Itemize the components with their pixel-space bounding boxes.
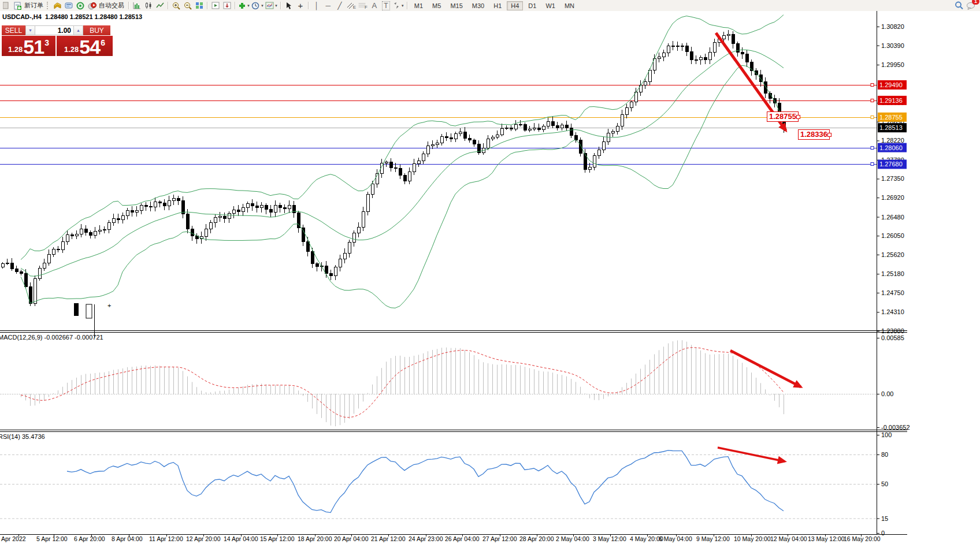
buy-button[interactable]: BUY: [83, 25, 110, 35]
fibo-letter: F: [365, 5, 368, 10]
bollinger-bands: [21, 15, 784, 308]
auto-scroll-icon[interactable]: [221, 1, 233, 10]
candle-body: [107, 222, 110, 230]
sell-price-pip: 3: [44, 38, 49, 47]
notifications-icon[interactable]: 1: [965, 1, 977, 10]
toolbar-separator: [168, 2, 169, 9]
trendline-tool-icon[interactable]: ╱: [334, 1, 346, 10]
candle-body: [547, 121, 550, 126]
volume-increase-button[interactable]: ▲: [73, 25, 83, 35]
timeframe-d1[interactable]: D1: [524, 1, 540, 10]
time-axis-label: Apr 2022: [1, 535, 26, 542]
volume-decrease-button[interactable]: ▼: [25, 25, 35, 35]
hline-anchor[interactable]: [871, 147, 874, 150]
candle-body: [242, 207, 244, 211]
chart-shift-icon[interactable]: [210, 1, 221, 10]
candle-body: [98, 230, 101, 231]
vertical-line-tool-icon[interactable]: │: [311, 1, 322, 10]
search-icon[interactable]: [953, 1, 965, 10]
candle-body: [306, 241, 309, 252]
hline-anchor[interactable]: [871, 116, 874, 119]
candle-body: [528, 129, 531, 131]
zoom-out-icon[interactable]: [182, 1, 194, 10]
line-chart-icon[interactable]: [154, 1, 166, 10]
candle-body: [551, 121, 554, 125]
auto-trading-icon[interactable]: [86, 1, 98, 10]
timeframe-w1[interactable]: W1: [541, 1, 559, 10]
hline-anchor[interactable]: [871, 99, 874, 102]
candle-body: [537, 128, 540, 130]
text-label-tool-icon[interactable]: T: [380, 1, 392, 10]
candles-layer: [1, 30, 785, 306]
hline-anchor[interactable]: [871, 84, 874, 87]
candle-body: [413, 163, 415, 172]
sell-price-box[interactable]: 1.28 51 3: [2, 36, 55, 56]
trend-arrow-macd[interactable]: [730, 351, 801, 387]
candle-body: [126, 211, 129, 215]
candle-body: [588, 167, 591, 170]
indicators-icon[interactable]: ▼: [237, 1, 251, 10]
fibonacci-tool-icon[interactable]: F: [357, 1, 369, 10]
hline-anchor[interactable]: [871, 163, 874, 166]
candlestick-chart-icon[interactable]: [143, 1, 154, 10]
price-annotation[interactable]: 1.28336: [798, 129, 830, 140]
candle-body: [454, 133, 457, 139]
clipped-icon[interactable]: [0, 1, 12, 10]
text-tool-icon[interactable]: A: [369, 1, 380, 10]
timeframe-m1[interactable]: M1: [410, 1, 427, 10]
shapes-tool-icon[interactable]: ▼: [392, 1, 405, 10]
crosshair-icon[interactable]: +: [295, 1, 306, 10]
buy-price-main: 54: [79, 39, 100, 55]
data-window-icon[interactable]: [63, 1, 75, 10]
new-order-button[interactable]: 新订单: [23, 1, 46, 10]
price-tick-label: 1.30820: [881, 23, 904, 30]
timeframe-m30[interactable]: M30: [468, 1, 488, 10]
templates-caret-icon[interactable]: ▼: [274, 4, 278, 8]
navigator-icon[interactable]: [75, 1, 86, 10]
svg-text:1.29490: 1.29490: [879, 81, 903, 88]
candle-body: [408, 172, 411, 181]
periods-icon[interactable]: ▼: [251, 1, 265, 10]
candle-body: [500, 128, 503, 135]
time-axis-label: 11 Apr 12:00: [149, 535, 183, 542]
chart-canvas[interactable]: 1.308201.303901.299501.290801.286501.282…: [0, 11, 980, 544]
candle-body: [228, 213, 231, 218]
periods-caret-icon[interactable]: ▼: [261, 4, 264, 8]
timeframe-h4[interactable]: H4: [507, 1, 523, 10]
templates-icon[interactable]: ▼: [265, 1, 279, 10]
candle-body: [732, 35, 734, 44]
horizontal-lines[interactable]: [0, 84, 877, 166]
new-order-icon[interactable]: [12, 1, 23, 10]
auto-trading-button[interactable]: 自动交易: [98, 1, 127, 10]
annotation-anchor[interactable]: [827, 133, 831, 137]
annotation-anchor[interactable]: [796, 115, 800, 119]
channel-letter: E: [353, 5, 356, 10]
timeframe-h1[interactable]: H1: [489, 1, 506, 10]
time-axis-label: 2 May 04:00: [556, 535, 589, 542]
indicators-caret-icon[interactable]: ▼: [247, 4, 250, 8]
price-annotation[interactable]: 1.28755: [767, 111, 799, 122]
buy-price-box[interactable]: 1.28 54 6: [57, 36, 113, 56]
candle-body: [43, 263, 46, 269]
sell-button[interactable]: SELL: [2, 25, 25, 35]
time-axis-label: 28 Apr 20:00: [519, 535, 554, 542]
mt4-terminal: 新订单 自动交易 ▼ ▼ ▼ + │ ─ ╱ E F A T ▼ M1M5M1: [0, 0, 980, 544]
macd-pane: [0, 340, 877, 426]
candle-body: [602, 142, 605, 150]
timeframe-mn[interactable]: MN: [560, 1, 578, 10]
rsi-scale-label: 50: [881, 480, 888, 487]
equidistant-channel-icon[interactable]: E: [346, 1, 357, 10]
volume-input[interactable]: 1.00: [35, 25, 73, 35]
tile-windows-icon[interactable]: [194, 1, 205, 10]
candle-body: [468, 138, 471, 140]
quotes-icon[interactable]: [51, 1, 63, 10]
shapes-caret-icon[interactable]: ▼: [401, 4, 404, 8]
timeframe-m5[interactable]: M5: [428, 1, 445, 10]
candle-body: [681, 46, 684, 47]
zoom-in-icon[interactable]: [170, 1, 182, 10]
horizontal-line-tool-icon[interactable]: ─: [322, 1, 334, 10]
bar-chart-icon[interactable]: [131, 1, 143, 10]
cursor-icon[interactable]: [283, 1, 295, 10]
price-tick-label: 1.24750: [881, 289, 904, 296]
timeframe-m15[interactable]: M15: [446, 1, 466, 10]
